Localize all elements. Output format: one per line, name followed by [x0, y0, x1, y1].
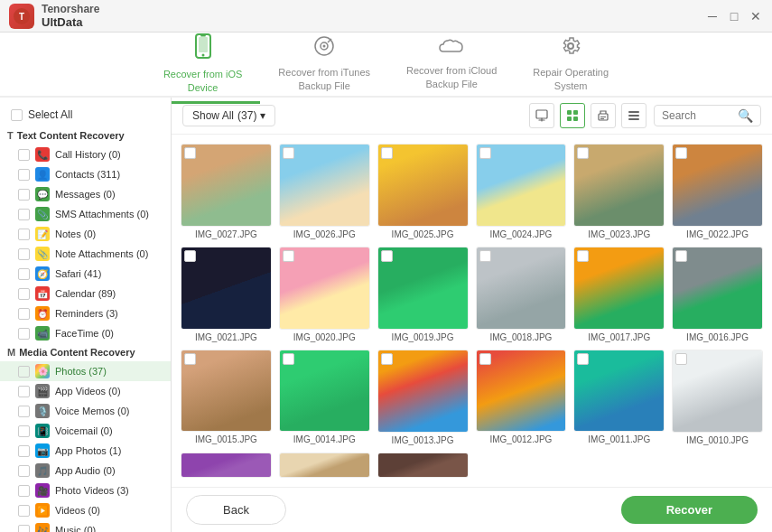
sidebar-item-voicemail[interactable]: 📳 Voicemail (0) — [0, 421, 171, 441]
photo-cb-22[interactable] — [675, 147, 687, 159]
photo-item-partial-1[interactable] — [181, 453, 272, 478]
print-icon[interactable] — [591, 103, 616, 128]
select-all-checkbox[interactable]: Select All — [0, 105, 171, 126]
maximize-button[interactable]: □ — [727, 9, 741, 23]
photo-item-20[interactable]: IMG_0020.JPG — [279, 247, 370, 342]
minimize-button[interactable]: ─ — [705, 9, 720, 23]
photo-item-18[interactable]: IMG_0018.JPG — [476, 247, 567, 342]
section-text-recovery[interactable]: T Text Content Recovery — [0, 126, 171, 145]
photo-item-24[interactable]: IMG_0024.JPG — [476, 144, 567, 239]
videos-cb[interactable] — [18, 505, 30, 517]
grid-view-icon[interactable] — [560, 103, 585, 128]
sidebar-item-sms-attachments[interactable]: 📎 SMS Attachments (0) — [0, 204, 171, 224]
photos-cb[interactable] — [18, 366, 30, 378]
sidebar-item-facetime[interactable]: 📹 FaceTime (0) — [0, 323, 171, 343]
sidebar-item-messages[interactable]: 💬 Messages (0) — [0, 184, 171, 204]
sidebar-item-photo-videos[interactable]: 🎥 Photo Videos (3) — [0, 481, 171, 500]
recover-button[interactable]: Recover — [621, 496, 758, 524]
music-cb[interactable] — [18, 525, 30, 533]
sidebar-item-voice-memos[interactable]: 🎙️ Voice Memos (0) — [0, 401, 171, 421]
calendar-cb[interactable] — [18, 288, 30, 300]
sidebar-item-reminders[interactable]: ⏰ Reminders (3) — [0, 303, 171, 323]
photo-item-13[interactable]: IMG_0013.JPG — [377, 350, 469, 445]
photo-cb-23[interactable] — [577, 147, 589, 159]
photo-cb-17[interactable] — [577, 250, 589, 262]
photo-item-partial-3[interactable] — [377, 453, 469, 478]
sidebar-item-note-attachments[interactable]: 📎 Note Attachments (0) — [0, 244, 171, 264]
nav-itunes[interactable]: Recover from iTunesBackup File — [260, 28, 388, 102]
photo-name-18: IMG_0018.JPG — [489, 332, 552, 342]
nav-repair[interactable]: Repair OperatingSystem — [515, 28, 627, 102]
sidebar-item-photos[interactable]: 🌸 Photos (37) — [0, 361, 171, 381]
contacts-cb[interactable] — [18, 169, 30, 181]
sidebar-item-music[interactable]: 🎶 Music (0) — [0, 520, 171, 532]
facetime-cb[interactable] — [18, 328, 30, 340]
sidebar-item-notes[interactable]: 📝 Notes (0) — [0, 224, 171, 244]
photo-cb-19[interactable] — [381, 250, 393, 262]
photo-item-23[interactable]: IMG_0023.JPG — [573, 144, 665, 239]
photo-cb-15[interactable] — [184, 353, 196, 365]
photo-cb-24[interactable] — [479, 147, 491, 159]
export-icon[interactable] — [529, 103, 554, 128]
show-all-label: Show All — [192, 109, 234, 122]
safari-cb[interactable] — [18, 268, 30, 280]
photo-cb-16[interactable] — [675, 250, 687, 262]
sms-attach-cb[interactable] — [18, 209, 30, 220]
back-button[interactable]: Back — [186, 495, 286, 525]
voice-memos-cb[interactable] — [18, 406, 30, 417]
photo-item-11[interactable]: IMG_0011.JPG — [573, 350, 665, 445]
nav-ios-device[interactable]: Recover from iOSDevice — [145, 26, 260, 104]
photo-cb-10[interactable] — [675, 353, 687, 365]
sidebar-item-safari[interactable]: 🧭 Safari (41) — [0, 264, 171, 284]
messages-cb[interactable] — [18, 189, 30, 201]
sidebar-item-call-history[interactable]: 📞 Call History (0) — [0, 145, 171, 164]
notes-cb[interactable] — [18, 229, 30, 240]
photo-cb-13[interactable] — [381, 353, 393, 365]
sidebar-item-videos[interactable]: ▶️ Videos (0) — [0, 500, 171, 520]
show-all-button[interactable]: Show All (37) ▾ — [182, 105, 275, 126]
select-all-cb[interactable] — [11, 109, 23, 121]
photo-item-15[interactable]: IMG_0015.JPG — [181, 350, 272, 445]
photo-cb-20[interactable] — [283, 250, 294, 262]
app-videos-cb[interactable] — [18, 386, 30, 397]
photo-cb-11[interactable] — [577, 353, 589, 365]
photo-item-16[interactable]: IMG_0016.JPG — [672, 247, 763, 342]
photo-item-21[interactable]: IMG_0021.JPG — [181, 247, 272, 342]
photo-cb-26[interactable] — [283, 147, 294, 159]
photo-item-10[interactable]: IMG_0010.JPG — [672, 350, 763, 445]
window-controls[interactable]: ─ □ ✕ — [705, 9, 763, 23]
search-box[interactable]: 🔍 — [654, 105, 761, 126]
close-button[interactable]: ✕ — [749, 9, 763, 23]
call-history-cb[interactable] — [18, 149, 30, 161]
app-audio-cb[interactable] — [18, 465, 30, 477]
photo-cb-12[interactable] — [479, 353, 491, 365]
photo-item-17[interactable]: IMG_0017.JPG — [573, 247, 665, 342]
photo-item-26[interactable]: IMG_0026.JPG — [279, 144, 370, 239]
photo-item-25[interactable]: IMG_0025.JPG — [377, 144, 469, 239]
section-media-recovery[interactable]: M Media Content Recovery — [0, 343, 171, 361]
app-photos-cb[interactable] — [18, 445, 30, 457]
reminders-cb[interactable] — [18, 308, 30, 320]
photo-item-19[interactable]: IMG_0019.JPG — [377, 247, 469, 342]
sidebar-item-calendar[interactable]: 📅 Calendar (89) — [0, 284, 171, 303]
sidebar-item-app-videos[interactable]: 🎬 App Videos (0) — [0, 381, 171, 401]
note-attach-cb[interactable] — [18, 248, 30, 260]
sidebar-item-app-photos[interactable]: 📷 App Photos (1) — [0, 441, 171, 461]
search-input[interactable] — [662, 109, 734, 122]
photo-cb-21[interactable] — [184, 250, 196, 262]
photo-item-22[interactable]: IMG_0022.JPG — [672, 144, 763, 239]
photo-videos-cb[interactable] — [18, 485, 30, 497]
photo-item-partial-2[interactable] — [279, 453, 370, 478]
photo-cb-18[interactable] — [479, 250, 491, 262]
photo-cb-14[interactable] — [283, 353, 294, 365]
photo-item-14[interactable]: IMG_0014.JPG — [279, 350, 370, 445]
photo-cb-25[interactable] — [381, 147, 393, 159]
sidebar-item-app-audio[interactable]: 🎵 App Audio (0) — [0, 461, 171, 481]
photo-item-12[interactable]: IMG_0012.JPG — [476, 350, 567, 445]
photo-item-27[interactable]: IMG_0027.JPG — [181, 144, 272, 239]
nav-icloud[interactable]: Recover from iCloudBackup File — [388, 30, 515, 100]
sidebar-item-contacts[interactable]: 👤 Contacts (311) — [0, 164, 171, 184]
voicemail-cb[interactable] — [18, 425, 30, 437]
photo-cb-27[interactable] — [184, 147, 196, 159]
list-view-icon[interactable] — [621, 103, 646, 128]
